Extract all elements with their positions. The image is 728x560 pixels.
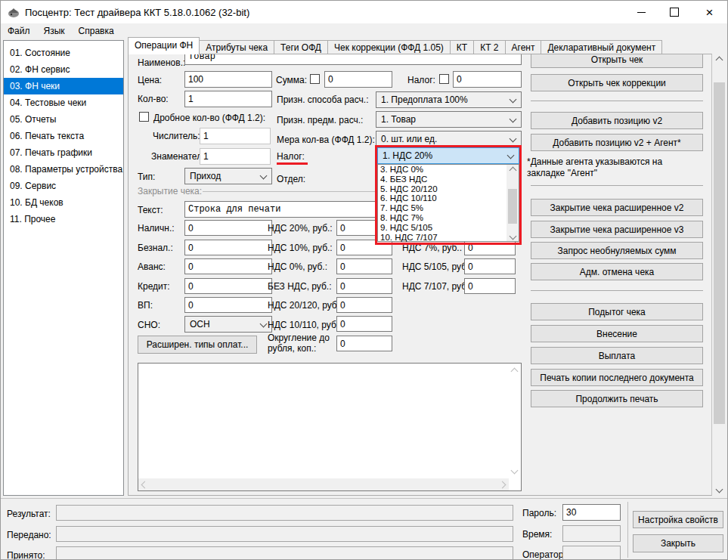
- sidebar-item-other[interactable]: 11. Прочее: [4, 211, 123, 227]
- credit-input[interactable]: [184, 278, 272, 294]
- numerator-input[interactable]: [200, 128, 271, 144]
- subject-select[interactable]: 1. Товар: [376, 111, 522, 128]
- properties-settings-button[interactable]: Настройка свойств: [633, 511, 723, 528]
- sidebar-item-device-params[interactable]: 08. Параметры устройства: [4, 161, 123, 178]
- content-scroll-thumb[interactable]: [714, 82, 725, 424]
- sum-checkbox[interactable]: [310, 74, 320, 84]
- sum-input[interactable]: [324, 71, 392, 88]
- open-correction-check-button[interactable]: Открыть чек коррекции: [531, 74, 703, 91]
- password-input[interactable]: [562, 504, 621, 521]
- sidebar-item-service[interactable]: 09. Сервис: [4, 178, 123, 194]
- advance-label: Аванс:: [138, 261, 166, 272]
- tax-option[interactable]: 7. НДС 5%: [378, 203, 519, 213]
- window-title: Посцентр: Тест драйвера ККТ 5.18.0.1062 …: [25, 7, 249, 18]
- vat7-107-input[interactable]: [464, 278, 516, 294]
- tab-correction-check[interactable]: Чек коррекции (ФФД 1.05): [327, 40, 451, 54]
- time-field: [562, 525, 621, 542]
- bigbox-horizontal-scrollbar[interactable]: [138, 478, 509, 490]
- close-app-button[interactable]: Закрыть: [633, 534, 723, 552]
- tax-sum-checkbox[interactable]: [439, 74, 449, 84]
- quantity-input[interactable]: [184, 91, 272, 107]
- bigbox-scroll-down-icon[interactable]: [508, 464, 521, 477]
- maximize-button[interactable]: [657, 1, 691, 23]
- continue-print-button[interactable]: Продолжить печать: [531, 390, 703, 407]
- cash-out-button[interactable]: Выплата: [531, 347, 703, 364]
- admin-cancel-check-button[interactable]: Адм. отмена чека: [531, 263, 703, 280]
- vat20-120-input[interactable]: [336, 297, 392, 313]
- sent-field: [56, 526, 513, 542]
- tab-fn-operations[interactable]: Операции ФН: [128, 37, 200, 54]
- vat5-105-input[interactable]: [464, 258, 516, 274]
- output-list-area[interactable]: [138, 363, 522, 491]
- tax-select[interactable]: 1. НДС 20%: [377, 147, 519, 164]
- add-position-v2-agent-button[interactable]: Добавить позицию v2 + Агент*: [531, 134, 703, 151]
- menu-language[interactable]: Язык: [37, 23, 72, 39]
- tax-option[interactable]: 5. НДС 20/120: [378, 184, 519, 194]
- tax-option[interactable]: 3. НДС 0%: [378, 165, 519, 175]
- menu-help[interactable]: Справка: [72, 23, 121, 39]
- tax-list-scroll-down-icon[interactable]: [507, 230, 519, 241]
- bigbox-scroll-up-icon[interactable]: [508, 365, 521, 378]
- vat10-110-input[interactable]: [336, 316, 392, 332]
- denominator-input[interactable]: [200, 148, 271, 165]
- sidebar-item-print-graphics[interactable]: 07. Печать графики: [4, 144, 123, 161]
- tax-option[interactable]: 10. НДС 7/107: [378, 233, 519, 243]
- tab-ofd-tags[interactable]: Теги ОФД: [274, 40, 328, 54]
- tab-declarative-document[interactable]: Декларативный документ: [541, 40, 662, 54]
- subtotal-button[interactable]: Подытог чека: [531, 303, 703, 320]
- cash-input[interactable]: [184, 220, 272, 236]
- sent-label: Передано:: [7, 530, 51, 540]
- vp-input[interactable]: [184, 297, 272, 313]
- fractional-qty-checkbox[interactable]: [139, 112, 149, 122]
- minimize-button[interactable]: [624, 1, 658, 23]
- add-position-v2-button[interactable]: Добавить позицию v2: [531, 112, 703, 129]
- rounding-input[interactable]: [336, 336, 392, 351]
- content-vertical-scrollbar[interactable]: [713, 54, 726, 496]
- content-scroll-up-icon[interactable]: [713, 54, 726, 67]
- cashless-input[interactable]: [184, 240, 272, 255]
- tab-kt[interactable]: КТ: [450, 40, 474, 54]
- novat-input[interactable]: [336, 278, 392, 294]
- advance-input[interactable]: [184, 258, 272, 274]
- sidebar-item-test-checks[interactable]: 04. Тестовые чеки: [4, 94, 123, 111]
- sidebar-item-state[interactable]: 01. Состояние: [4, 45, 123, 61]
- open-check-button[interactable]: Открыть чек: [531, 54, 703, 68]
- vat0-input[interactable]: [336, 258, 392, 274]
- request-nonzero-sums-button[interactable]: Запрос необнуляемых сумм: [531, 242, 703, 259]
- payment-method-select[interactable]: 1. Предоплата 100%: [376, 91, 522, 108]
- close-button[interactable]: ×: [692, 1, 726, 23]
- time-label: Время:: [522, 529, 552, 540]
- cash-in-button[interactable]: Внесение: [531, 325, 703, 342]
- price-input[interactable]: [184, 71, 272, 88]
- name-input[interactable]: [184, 54, 522, 65]
- sno-select[interactable]: ОСН: [184, 316, 272, 333]
- tax-option[interactable]: 9. НДС 5/105: [378, 223, 519, 233]
- bigbox-scroll-right-icon[interactable]: [496, 478, 509, 490]
- vp-label: ВП:: [138, 300, 153, 311]
- content-scroll-down-icon[interactable]: [713, 483, 726, 496]
- sidebar-item-reports[interactable]: 05. Отчеты: [4, 111, 123, 128]
- operator-label: Оператор:: [522, 549, 566, 560]
- tax-list-scroll-up-icon[interactable]: [507, 165, 519, 175]
- tax-list-scroll-thumb[interactable]: [508, 189, 517, 224]
- tax-option[interactable]: 8. НДС 7%: [378, 213, 519, 223]
- print-last-doc-copy-button[interactable]: Печать копии последнего документа: [531, 369, 703, 386]
- tax-sum-input[interactable]: [453, 71, 522, 88]
- tax-option[interactable]: 4. БЕЗ НДС: [378, 175, 519, 184]
- sidebar-item-fn-service[interactable]: 02. ФН сервис: [4, 61, 123, 78]
- type-select[interactable]: Приход: [184, 168, 272, 184]
- tab-check-attributes[interactable]: Атрибуты чека: [199, 40, 274, 54]
- tab-kt2[interactable]: КТ 2: [473, 40, 505, 54]
- tax-list-scrollbar[interactable]: [507, 165, 519, 241]
- vat20-120-label: НДС 20/120, руб.:: [268, 300, 342, 311]
- close-check-extended-v2-button[interactable]: Закрытие чека расширенное v2: [531, 199, 703, 216]
- menu-file[interactable]: Файл: [1, 23, 37, 39]
- bigbox-scroll-left-icon[interactable]: [138, 478, 151, 490]
- close-check-extended-v3-button[interactable]: Закрытие чека расширенное v3: [531, 221, 703, 238]
- tab-agent[interactable]: Агент: [505, 40, 542, 54]
- extended-payment-types-button[interactable]: Расширен. типы оплат...: [138, 336, 257, 354]
- tax-option[interactable]: 6. НДС 10/110: [378, 193, 519, 203]
- sidebar-item-fn-checks[interactable]: 03. ФН чеки: [4, 78, 123, 94]
- sidebar-item-print-text[interactable]: 06. Печать текста: [4, 128, 123, 144]
- sidebar-item-check-db[interactable]: 10. БД чеков: [4, 194, 123, 211]
